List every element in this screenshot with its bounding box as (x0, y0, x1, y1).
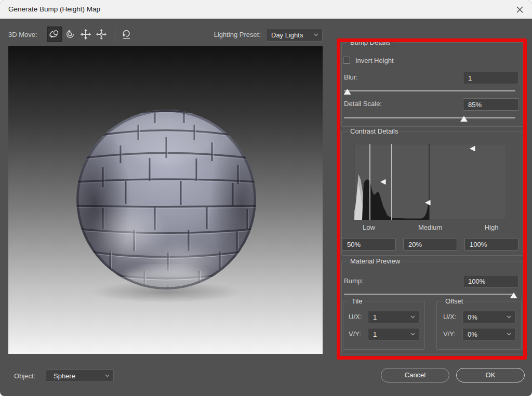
lighting-preset-label: Lighting Preset: (202, 31, 261, 38)
detail-scale-value: 85% (468, 101, 482, 109)
detail-scale-label: Detail Scale: (344, 100, 382, 108)
low-label: Low (342, 223, 396, 231)
offset-vy-combo[interactable]: 0% (462, 328, 515, 340)
medium-value: 20% (408, 241, 422, 248)
3d-preview-viewport[interactable] (8, 46, 323, 354)
bump-details-group: Bump Details Invert Height Blur: 1 Detai… (341, 42, 523, 127)
blur-value: 1 (468, 74, 472, 82)
contrast-histogram[interactable] (354, 144, 506, 220)
orbit-3d-tool-button[interactable] (47, 27, 62, 42)
lighting-preset-value: Day Lights (271, 31, 303, 39)
tile-group: Tile U/X: 1 V/Y: 1 (343, 301, 425, 350)
blur-slider-track[interactable] (344, 90, 515, 91)
reset-view-button[interactable] (119, 27, 134, 42)
tile-ux-value: 1 (373, 313, 377, 321)
contrast-details-group: Contrast Details (341, 131, 523, 256)
bump-input[interactable]: 100% (463, 275, 519, 287)
invert-height-label: Invert Height (355, 57, 394, 64)
material-preview-group: Material Preview Bump: 100% Tile U/X: 1 … (341, 261, 523, 354)
chevron-down-icon (507, 333, 511, 336)
dialog-title: Generate Bump (Height) Map (8, 0, 100, 19)
roll-3d-icon (64, 29, 76, 40)
offset-group: Offset U/X: 0% V/Y: 0% (436, 301, 522, 350)
bump-details-legend: Bump Details (348, 38, 393, 46)
offset-vy-label: V/Y: (443, 330, 456, 338)
detail-scale-slider-track[interactable] (344, 117, 515, 118)
material-preview-legend: Material Preview (348, 257, 403, 265)
invert-height-checkbox[interactable] (343, 57, 350, 64)
roll-3d-tool-button[interactable] (62, 27, 78, 42)
reset-view-icon (121, 29, 132, 40)
offset-vy-value: 0% (468, 331, 477, 338)
close-button[interactable] (512, 3, 527, 16)
chevron-down-icon (410, 315, 415, 319)
pan-3d-icon (80, 29, 91, 40)
3d-move-label: 3D Move: (8, 31, 37, 38)
detail-scale-slider[interactable] (344, 114, 515, 122)
high-input[interactable]: 100% (464, 238, 518, 250)
ok-button[interactable]: OK (456, 368, 525, 382)
titlebar: Generate Bump (Height) Map (0, 0, 532, 19)
cancel-button[interactable]: Cancel (381, 368, 449, 382)
chevron-down-icon (105, 374, 110, 377)
bump-slider-track[interactable] (344, 294, 515, 295)
close-icon (516, 6, 523, 13)
bump-slider[interactable] (344, 291, 515, 298)
detail-scale-input[interactable]: 85% (463, 98, 519, 111)
object-value: Sphere (54, 372, 75, 380)
tile-ux-label: U/X: (349, 313, 362, 321)
chevron-down-icon (314, 33, 318, 36)
contrast-details-legend: Contrast Details (348, 127, 401, 135)
offset-ux-value: 0% (468, 313, 477, 321)
offset-ux-combo[interactable]: 0% (462, 311, 515, 323)
chevron-down-icon (507, 315, 511, 319)
tile-ux-combo[interactable]: 1 (368, 311, 419, 323)
pan-3d-tool-button[interactable] (78, 27, 94, 42)
object-label: Object: (14, 372, 35, 380)
orbit-3d-icon (49, 29, 60, 40)
tile-vy-combo[interactable]: 1 (368, 328, 419, 340)
offset-legend: Offset (443, 297, 466, 305)
low-value: 50% (347, 241, 361, 248)
generate-bump-map-dialog: Generate Bump (Height) Map 3D Move: (0, 0, 532, 396)
medium-input[interactable]: 20% (403, 238, 457, 250)
bump-label: Bump: (344, 277, 364, 285)
tile-legend: Tile (349, 297, 365, 305)
slide-3d-tool-button[interactable] (94, 27, 109, 42)
object-dropdown[interactable]: Sphere (46, 369, 114, 382)
chevron-down-icon (410, 333, 415, 336)
blur-label: Blur: (344, 73, 358, 81)
toolbar-divider (115, 28, 115, 41)
offset-ux-label: U/X: (443, 313, 456, 321)
tile-vy-value: 1 (373, 331, 377, 338)
slide-3d-icon (96, 29, 107, 40)
high-value: 100% (470, 241, 487, 248)
tile-vy-label: V/Y: (349, 330, 361, 338)
blur-slider[interactable] (344, 87, 515, 95)
high-label: High (464, 223, 518, 231)
medium-label: Medium (403, 223, 457, 231)
bump-value: 100% (468, 278, 485, 285)
histogram-plot (354, 144, 506, 220)
lighting-preset-dropdown[interactable]: Day Lights (266, 28, 323, 42)
blur-input[interactable]: 1 (463, 72, 519, 84)
low-input[interactable]: 50% (342, 238, 396, 250)
preview-sphere (76, 109, 257, 290)
